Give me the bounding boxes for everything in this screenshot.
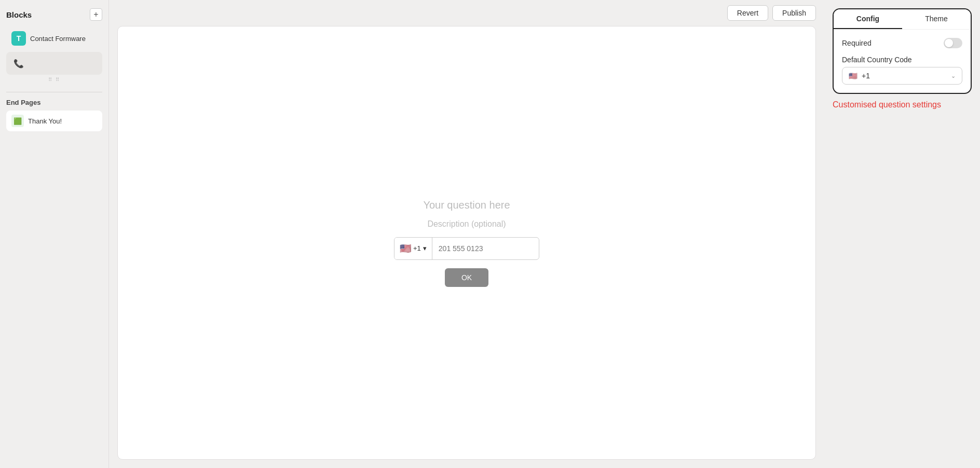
default-country-code-label: Default Country Code (842, 56, 962, 64)
required-label: Required (842, 39, 872, 47)
end-page-icon: 🟩 (11, 115, 24, 127)
dropdown-chevron: ▾ (423, 244, 427, 252)
sidebar-item-phone-block[interactable]: 📞 (6, 52, 102, 75)
phone-number-input[interactable] (432, 239, 539, 258)
sidebar-item-contact-formware[interactable]: T Contact Formware (6, 27, 102, 50)
country-code-dropdown[interactable]: 🇺🇸 +1 ▾ (394, 238, 432, 259)
drag-handle: ⠿ ⠿ (6, 77, 102, 82)
publish-button[interactable]: Publish (772, 5, 816, 21)
contact-formware-label: Contact Formware (30, 35, 86, 43)
required-row: Required (842, 38, 962, 48)
country-code-display: +1 (413, 244, 421, 252)
main-area: Revert Publish Your question here Descri… (109, 0, 824, 468)
country-chevron-icon: ⌄ (951, 73, 956, 79)
config-country-code: +1 (862, 72, 870, 80)
toolbar: Revert Publish (109, 0, 824, 26)
phone-block-icon: 📞 (11, 56, 26, 71)
end-pages-title: End Pages (6, 99, 102, 106)
country-code-section: Default Country Code 🇺🇸 +1 ⌄ (842, 56, 962, 85)
divider (6, 92, 102, 92)
config-box: Config Theme Required Default Country Co… (833, 8, 972, 94)
phone-input-row: 🇺🇸 +1 ▾ (394, 237, 539, 260)
config-flag-emoji: 🇺🇸 (849, 72, 857, 80)
country-selector-button[interactable]: 🇺🇸 +1 ⌄ (842, 67, 962, 85)
flag-emoji: 🇺🇸 (400, 243, 411, 254)
tab-theme[interactable]: Theme (902, 9, 971, 29)
config-body: Required Default Country Code 🇺🇸 +1 ⌄ (834, 30, 971, 93)
ok-button[interactable]: OK (445, 268, 488, 287)
required-toggle[interactable] (944, 38, 962, 48)
end-page-label: Thank You! (28, 117, 62, 125)
sidebar-title: Blocks (6, 10, 32, 19)
config-tabs: Config Theme (834, 9, 971, 30)
form-preview: Your question here Description (optional… (363, 199, 570, 287)
sidebar-header: Blocks + (6, 8, 102, 21)
customised-question-settings-label: Customised question settings (833, 100, 972, 109)
add-block-button[interactable]: + (90, 8, 102, 21)
tab-config[interactable]: Config (834, 9, 902, 29)
right-panel: Config Theme Required Default Country Co… (824, 0, 980, 468)
country-selector-left: 🇺🇸 +1 (849, 72, 870, 80)
contact-formware-icon: T (11, 31, 26, 46)
question-placeholder: Your question here (423, 199, 510, 211)
canvas-area: Your question here Description (optional… (117, 26, 816, 460)
revert-button[interactable]: Revert (727, 5, 768, 21)
sidebar: Blocks + T Contact Formware 📞 ⠿ ⠿ End Pa… (0, 0, 109, 468)
description-placeholder: Description (optional) (427, 219, 506, 229)
end-page-thank-you[interactable]: 🟩 Thank You! (6, 111, 102, 131)
